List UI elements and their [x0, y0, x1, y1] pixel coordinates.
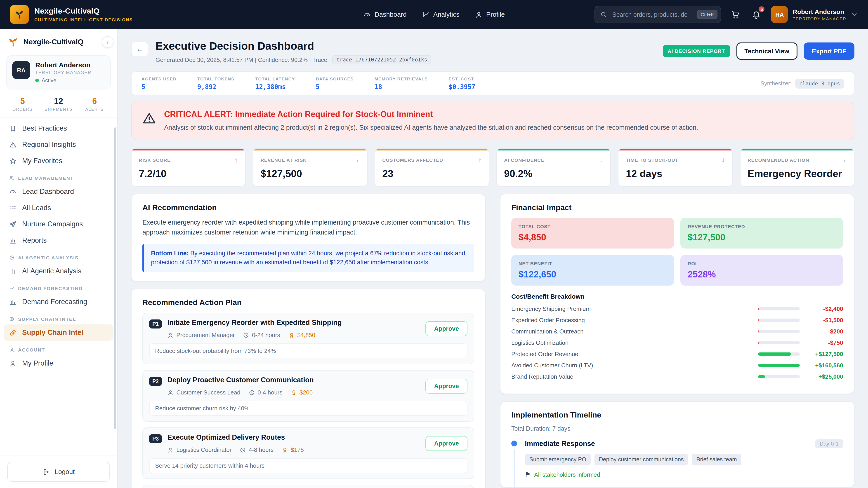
- right-column: Financial Impact TOTAL COST $4,850 REVEN…: [500, 194, 855, 488]
- cart-button[interactable]: [730, 8, 742, 21]
- synthesizer-model-badge: claude-3-opus: [795, 78, 844, 88]
- breakdown-row: Emergency Shipping Premium -$2,400: [511, 306, 843, 313]
- priority-badge: P3: [149, 434, 162, 444]
- page-title: Executive Decision Dashboard: [156, 40, 431, 53]
- kpi-ai-confidence: AI CONFIDENCE→ 90.2%: [496, 149, 611, 187]
- sidebar-scrollbar[interactable]: [114, 127, 116, 429]
- logout-button[interactable]: Logout: [7, 462, 110, 482]
- bookmark-icon: [9, 125, 17, 132]
- approve-button[interactable]: Approve: [426, 379, 467, 394]
- flag-icon: ⚑: [525, 471, 530, 478]
- nav-analytics[interactable]: Analytics: [422, 11, 460, 18]
- sidebar-section-supply-chain: SUPPLY CHAIN INTEL: [4, 310, 114, 324]
- approve-button[interactable]: Approve: [426, 321, 467, 336]
- sidebar-section-ai-agentic: AI AGENTIC ANALYSIS: [4, 249, 114, 263]
- sidebar-menu: Best Practices Regional Insights My Favo…: [0, 118, 117, 455]
- user-icon: [9, 359, 17, 367]
- plan-item-p4: P4 Implement Enhanced Monitoring Protoco…: [143, 485, 474, 488]
- trace-id-badge: trace-1767107221052-2bxf0o1ks: [333, 55, 432, 64]
- fin-revenue-protected: REVENUE PROTECTED $127,500: [680, 218, 843, 249]
- stat-est-cost: EST. COST $0.3957: [449, 76, 475, 90]
- bar-chart-icon: [9, 267, 17, 275]
- sidebar-item-demand-forecasting[interactable]: Demand Forecasting: [4, 294, 114, 310]
- back-button[interactable]: ←: [131, 41, 148, 57]
- sidebar-item-lead-dashboard[interactable]: Lead Dashboard: [4, 184, 114, 200]
- status-dot: [35, 78, 39, 82]
- kpi-row: RISK SCORE↑ 7.2/10 REVENUE AT RISK→ $127…: [131, 149, 855, 187]
- topbar: Nexgile-CultivaIQ CULTIVATING INTELLIGEN…: [0, 0, 868, 29]
- priority-badge: P1: [149, 320, 162, 329]
- gauge-icon: [363, 11, 371, 18]
- kpi-risk-score: RISK SCORE↑ 7.2/10: [131, 149, 246, 187]
- export-pdf-button[interactable]: Export PDF: [804, 42, 855, 60]
- kpi-time-to-stockout: TIME TO STOCK-OUT↓ 12 days: [618, 149, 733, 187]
- person-icon: [167, 390, 174, 396]
- stat-alerts: 6 ALERTS: [76, 97, 113, 111]
- plan-item-p3: P3 Execute Optimized Delivery Routes App…: [143, 428, 474, 479]
- nav-label: Dashboard: [375, 11, 407, 18]
- sidebar-item-my-favorites[interactable]: My Favorites: [4, 153, 114, 169]
- clock-icon: [248, 390, 255, 396]
- users-icon: [9, 175, 14, 181]
- user-menu[interactable]: RA Robert Anderson TERRITORY MANAGER: [771, 6, 858, 23]
- card-title: Financial Impact: [511, 203, 843, 213]
- task-tag: Submit emergency PO: [525, 454, 591, 466]
- page-subtitle: Generated Dec 30, 2025, 8:41:57 PM | Con…: [156, 55, 431, 64]
- brand-tagline: CULTIVATING INTELLIGENT DECISIONS: [34, 17, 133, 22]
- sidebar-item-supply-chain-intel[interactable]: Supply Chain Intel: [4, 324, 114, 341]
- ai-decision-report-badge: AI DECISION REPORT: [662, 45, 730, 57]
- task-tag: Brief sales team: [692, 454, 741, 466]
- award-icon: [290, 390, 297, 396]
- cart-icon: [731, 10, 740, 19]
- sidebar-item-best-practices[interactable]: Best Practices: [4, 120, 114, 136]
- technical-view-button[interactable]: Technical View: [736, 42, 797, 60]
- trend-icon: [9, 286, 14, 291]
- fin-roi: ROI 2528%: [680, 255, 843, 286]
- ai-recommendation-card: AI Recommendation Execute emergency reor…: [131, 194, 486, 282]
- breakdown-row: Logistics Optimization -$750: [511, 339, 843, 346]
- approve-button[interactable]: Approve: [426, 436, 467, 451]
- sidebar-item-ai-agentic-analysis[interactable]: AI Agentic Analysis: [4, 263, 114, 279]
- notifications-button[interactable]: 6: [750, 8, 763, 21]
- sidebar-collapse-button[interactable]: ‹: [102, 36, 114, 48]
- timeline-phase: Immediate Response Day 0-1 Submit emerge…: [511, 440, 843, 478]
- sidebar-item-regional-insights[interactable]: Regional Insights: [4, 136, 114, 153]
- timeline-duration: Total Duration: 7 days: [511, 425, 843, 432]
- sidebar-item-my-profile[interactable]: My Profile: [4, 355, 114, 371]
- timeline-line: [514, 449, 515, 488]
- plan-outcome: Reduce customer churn risk by 40%: [149, 401, 467, 416]
- user-icon: [9, 347, 14, 352]
- notification-count-badge: 6: [758, 5, 766, 13]
- bottom-line-callout: Bottom Line: By executing the recommende…: [143, 244, 474, 272]
- stat-total-latency: TOTAL LATENCY 12,380ms: [255, 76, 295, 90]
- sidebar-item-all-leads[interactable]: All Leads: [4, 200, 114, 216]
- brand-logo-icon: [10, 5, 29, 24]
- person-icon: [167, 447, 174, 453]
- main-content: ← Executive Decision Dashboard Generated…: [118, 29, 868, 488]
- global-search: Ctrl+K: [595, 6, 721, 23]
- nav-profile[interactable]: Profile: [475, 11, 505, 18]
- breakdown-row: Brand Reputation Value +$25,000: [511, 373, 843, 380]
- day-range-badge: Day 0-1: [815, 440, 843, 449]
- user-icon: [475, 11, 483, 18]
- nav-label: Analytics: [433, 11, 460, 18]
- plan-outcome: Serve 14 priority customers within 4 hou…: [149, 458, 467, 473]
- bar-chart-icon: [9, 298, 17, 306]
- sidebar-item-nurture-campaigns[interactable]: Nurture Campaigns: [4, 216, 114, 232]
- sidebar-stats: 5 ORDERS 12 SHIPMENTS 6 ALERTS: [0, 94, 117, 118]
- run-stats-bar: AGENTS USED 5 TOTAL TOKENS 9,892 TOTAL L…: [131, 71, 855, 95]
- warning-triangle-icon: [143, 111, 156, 125]
- trend-down-icon: ↓: [721, 156, 725, 164]
- sidebar: Nexgile-CultivaIQ ‹ RA Robert Anderson T…: [0, 29, 118, 488]
- priority-badge: P2: [149, 377, 162, 386]
- search-shortcut: Ctrl+K: [697, 10, 718, 19]
- fin-total-cost: TOTAL COST $4,850: [511, 218, 674, 249]
- sidebar-section-lead-management: LEAD MANAGEMENT: [4, 169, 114, 184]
- send-icon: [9, 220, 17, 228]
- globe-icon: [9, 316, 14, 322]
- sidebar-item-reports[interactable]: Reports: [4, 232, 114, 249]
- plan-outcome: Reduce stock-out probability from 73% to…: [149, 344, 467, 359]
- nav-dashboard[interactable]: Dashboard: [363, 11, 407, 18]
- stat-agents-used: AGENTS USED 5: [142, 76, 177, 90]
- person-icon: [167, 332, 174, 338]
